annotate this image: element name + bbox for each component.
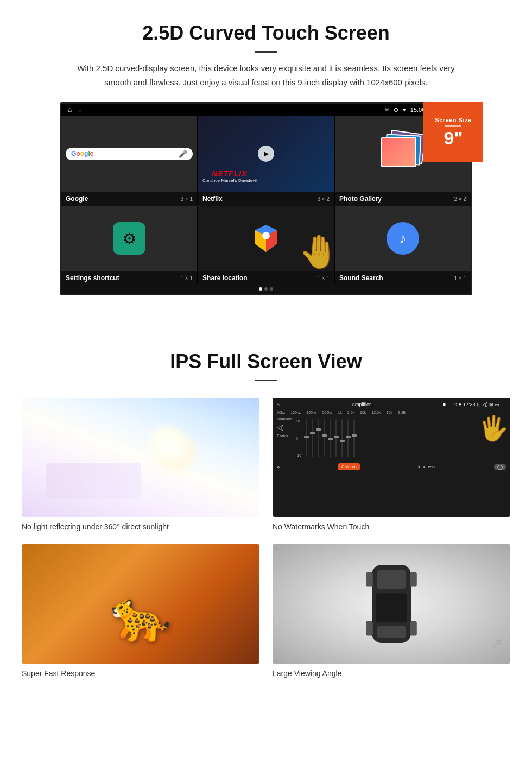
section-divider-line — [0, 323, 532, 323]
eq-slider-1 — [306, 419, 307, 457]
netflix-subtitle: Continue Marvel's Daredevil — [202, 178, 257, 183]
features-grid: No light reflecting under 360° direct su… — [22, 398, 510, 678]
amp-footer: ‹‹ Custom loudness ◯ — [277, 463, 506, 470]
netflix-overlay: NETFLIX Continue Marvel's Daredevil — [202, 169, 257, 183]
photo-card-front — [381, 137, 416, 167]
custom-button: Custom — [338, 463, 360, 470]
netflix-play-button[interactable]: ▶ — [258, 146, 274, 162]
cheetah-image: 🐆 — [22, 544, 259, 664]
eq-slider-4 — [324, 419, 325, 457]
eq-slider-7 — [341, 419, 343, 457]
eq-slider-9 — [353, 419, 355, 457]
car-top-view-svg — [362, 555, 421, 653]
cheetah-emoji: 🐆 — [110, 588, 171, 645]
amp-status-icons: ■ … ⊙ ▾ 17:33 ⊡ ◁) ⊠ ▭ — — [443, 402, 506, 407]
badge-title: Screen Size — [435, 117, 471, 123]
soundsearch-grid-size: 1 × 1 — [454, 275, 466, 281]
feature-amplifier: ⌂ Amplifier ■ … ⊙ ▾ 17:33 ⊡ ◁) ⊠ ▭ — 60h… — [273, 398, 510, 531]
curved-touch-section: 2.5D Curved Touch Screen With 2.5D curve… — [0, 0, 532, 306]
amplifier-caption: No Watermarks When Touch — [273, 522, 510, 531]
eq-slider-5 — [330, 419, 331, 457]
settings-icon: ⚙ — [113, 222, 145, 255]
photogallery-grid-size: 2 × 2 — [454, 196, 466, 202]
svg-point-4 — [262, 232, 270, 239]
google-grid-size: 3 × 1 — [180, 196, 193, 202]
netflix-app-name: Netflix — [202, 195, 223, 203]
cheetah-shape-container: 🐆 — [46, 580, 236, 652]
google-logo: Google — [71, 150, 93, 157]
mic-icon: 🎤 — [179, 150, 187, 158]
eq-slider-6 — [335, 419, 337, 457]
netflix-logo: NETFLIX — [202, 169, 257, 178]
settings-app-name: Settings shortcut — [66, 274, 119, 282]
sunlight-image — [22, 398, 259, 517]
time-display: 15:06 — [410, 106, 426, 113]
car-caption: Large Viewing Angle — [273, 669, 510, 678]
sound-search-icon: ♪ — [387, 222, 419, 255]
eq-slider-8 — [347, 419, 349, 457]
feature-sunlight: No light reflecting under 360° direct su… — [22, 398, 259, 531]
screen-size-badge: Screen Size 9" — [423, 102, 483, 162]
dot-3 — [270, 287, 273, 291]
google-app-name: Google — [66, 195, 88, 203]
google-search-bar[interactable]: Google 🎤 — [66, 148, 193, 160]
viewing-angle-arrow: ↗ — [490, 635, 502, 653]
settings-grid-size: 1 × 1 — [180, 275, 193, 281]
home-icon: ⌂ — [68, 106, 72, 113]
badge-size: 9" — [444, 129, 463, 147]
page-dots — [61, 284, 471, 294]
shareloc-label-row: Share location 1 × 1 — [198, 272, 334, 284]
photogallery-app-name: Photo Gallery — [339, 195, 382, 203]
eq-slider-3 — [318, 419, 319, 457]
feature-cheetah: 🐆 Super Fast Response — [22, 544, 259, 678]
sound-search-app-cell[interactable]: ♪ — [335, 206, 471, 271]
amplifier-image: ⌂ Amplifier ■ … ⊙ ▾ 17:33 ⊡ ◁) ⊠ ▭ — 60h… — [273, 398, 510, 517]
photo-stack — [381, 132, 425, 175]
amp-header: ⌂ Amplifier ■ … ⊙ ▾ 17:33 ⊡ ◁) ⊠ ▭ — — [277, 402, 506, 407]
car-image: ↗ — [273, 544, 510, 664]
eq-sliders — [306, 419, 355, 457]
maps-icon — [252, 225, 280, 252]
svg-rect-9 — [366, 572, 373, 587]
settings-label-row: Settings shortcut 1 × 1 — [61, 272, 197, 284]
svg-rect-12 — [410, 621, 417, 636]
wifi-icon: ▾ — [403, 106, 406, 113]
amp-main-area: Balance ◁) Fader 100-10 — [277, 417, 506, 460]
app-labels-row1: Google 3 × 1 Netflix 3 × 2 Photo Gallery… — [61, 193, 471, 205]
svg-rect-8 — [377, 626, 406, 639]
amp-back-icon: ‹‹ — [277, 464, 280, 469]
netflix-grid-size: 3 × 2 — [317, 196, 330, 202]
share-location-app-cell[interactable]: 🤚 — [198, 206, 334, 271]
location-icon: ⊙ — [394, 106, 398, 113]
device-mockup: Screen Size 9" ⌂ ↨ ✳ ⊙ ▾ 15:06 ⊡ ◁) ⊠ — [60, 102, 472, 295]
sunlight-caption: No light reflecting under 360° direct su… — [22, 522, 259, 531]
settings-app-cell[interactable]: ⚙ — [61, 206, 197, 271]
status-bar: ⌂ ↨ ✳ ⊙ ▾ 15:06 ⊡ ◁) ⊠ ▭ — [61, 104, 471, 116]
photogallery-label-row: Photo Gallery 2 × 2 — [335, 193, 471, 205]
svg-rect-11 — [366, 621, 373, 636]
loudness-label: loudness — [418, 464, 435, 469]
dot-1 — [259, 287, 262, 291]
device-screen: ⌂ ↨ ✳ ⊙ ▾ 15:06 ⊡ ◁) ⊠ ▭ — [60, 102, 472, 295]
app-grid-row1: Google 🎤 ▶ NETFLIX Continue Marvel's Dar… — [61, 116, 471, 192]
soundsearch-label-row: Sound Search 1 × 1 — [335, 272, 471, 284]
app-grid-row2: ⚙ 🤚 — [61, 206, 471, 271]
shareloc-app-name: Share location — [202, 274, 248, 282]
ips-screen-section: IPS Full Screen View No light reflecting… — [0, 339, 532, 694]
google-app-cell[interactable]: Google 🎤 — [61, 116, 197, 192]
cheetah-caption: Super Fast Response — [22, 669, 259, 678]
svg-rect-10 — [410, 572, 417, 587]
section1-title: 2.5D Curved Touch Screen — [33, 22, 499, 45]
svg-rect-7 — [376, 593, 407, 622]
netflix-app-cell[interactable]: ▶ NETFLIX Continue Marvel's Daredevil — [198, 116, 334, 192]
bluetooth-icon: ✳ — [384, 106, 389, 113]
usb-icon: ↨ — [78, 106, 81, 113]
amp-eq-labels: 60hz100hz200hz500hz1k2.5k10k12.5k15kSUB — [277, 411, 506, 414]
eq-slider-2 — [312, 419, 313, 457]
title-divider — [255, 51, 277, 53]
netflix-label-row: Netflix 3 × 2 — [198, 193, 334, 205]
shareloc-grid-size: 1 × 1 — [317, 275, 330, 281]
dot-2 — [264, 287, 268, 291]
section2-divider — [255, 380, 277, 381]
hand-touch-icon: 🤚 — [299, 232, 334, 271]
